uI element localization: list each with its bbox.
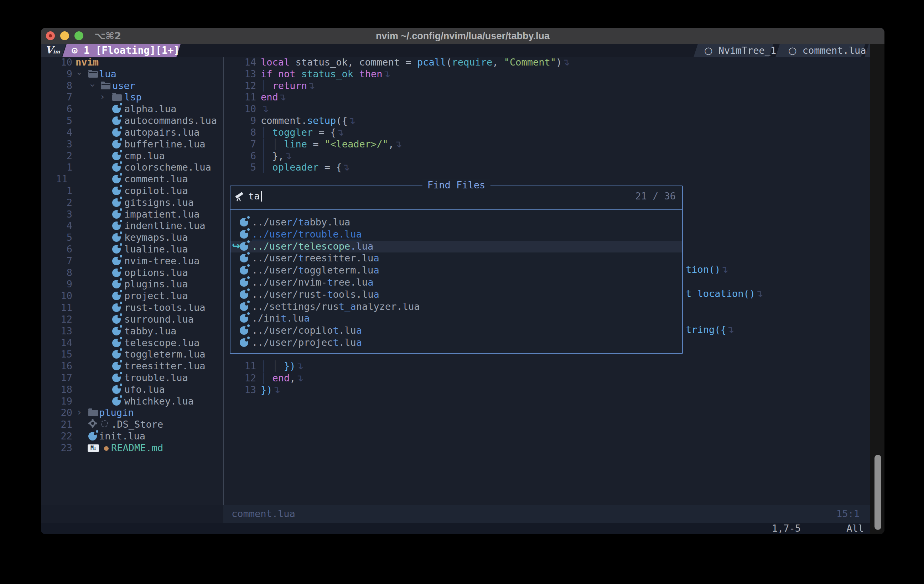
tree-row[interactable]: 12surround.lua (41, 314, 223, 325)
result-item[interactable]: ../user/toggleterm.lua (231, 265, 682, 277)
tree-row[interactable]: 6lualine.lua (41, 244, 223, 255)
popup-title: Find Files (422, 180, 490, 191)
tree-row[interactable]: 4indentline.lua (41, 220, 223, 232)
code-line[interactable]: 12│ return↴ (223, 80, 870, 92)
statusline-tree-segment (41, 505, 223, 523)
tree-row[interactable]: 2cmp.lua (41, 150, 223, 162)
tree-row[interactable]: 15toggleterm.lua (41, 349, 223, 360)
vim-logo-icon: Vim (45, 44, 60, 56)
tree-row[interactable]: 10project.lua (41, 290, 223, 302)
tree-row[interactable]: 23M↓README.md (41, 442, 223, 454)
tree-row[interactable]: 11rust-tools.lua (41, 302, 223, 314)
result-item[interactable]: ../user/tabby.lua (231, 216, 682, 229)
code-line[interactable]: 9comment.setup({↴ (223, 115, 870, 127)
tree-row[interactable]: 8›user (41, 80, 223, 92)
result-item[interactable]: ../user/rust-tools.lua (231, 289, 682, 301)
editor-pane[interactable]: 14local status_ok, comment = pcall(requi… (223, 57, 870, 173)
statusline-position: 15:1 (837, 508, 860, 519)
tree-row[interactable]: 1colorscheme.lua (41, 162, 223, 173)
tree-row[interactable]: 10nvim (41, 57, 223, 68)
tree-row[interactable]: 9plugins.lua (41, 279, 223, 290)
result-item[interactable]: ./init.lua (231, 313, 682, 325)
tree-row[interactable]: 8options.lua (41, 267, 223, 279)
result-item[interactable]: ../settings/rust_analyzer.lua (231, 301, 682, 313)
code-fragment: tion()↴ (686, 264, 728, 275)
code-line[interactable]: 12│ end,↴ (41, 373, 870, 384)
tabline: Vim ⊙ 1 [Floating][1+] ○ NvimTree_1 ○ co… (41, 44, 870, 57)
telescope-icon (236, 191, 246, 201)
tab-comment-label: ○ comment.lua (788, 45, 866, 56)
search-input[interactable]: ta 21 / 36 (231, 191, 682, 203)
code-line[interactable]: 8│ toggler = {↴ (223, 127, 870, 139)
code-line[interactable]: 10↴ (223, 103, 870, 115)
code-line[interactable]: 11end↴ (223, 92, 870, 103)
tree-row[interactable]: 13tabby.lua (41, 325, 223, 337)
tree-row[interactable]: 5autocommands.lua (41, 115, 223, 127)
scroll-indicator: All (846, 523, 864, 534)
search-query: ta (248, 191, 260, 201)
code-line[interactable]: 5│ opleader = {↴ (223, 162, 870, 173)
tree-row[interactable]: 21.DS_Store (41, 419, 223, 431)
tree-row[interactable]: 4autopairs.lua (41, 127, 223, 139)
find-files-popup: Find Files ta 21 / 36 ../user/tabby.lua.… (230, 186, 683, 354)
window-title: nvim ~/.config/nvim/lua/user/tabby.lua (41, 31, 884, 42)
tab-floating-label: ⊙ 1 [Floating][1+] (72, 45, 180, 56)
tree-row[interactable]: 6alpha.lua (41, 103, 223, 115)
tree-row[interactable]: 7nvim-tree.lua (41, 255, 223, 267)
result-item[interactable]: ../user/project.lua (231, 337, 682, 349)
text-cursor (261, 191, 262, 201)
scrollbar[interactable] (874, 455, 881, 530)
command-line: 1,7-5 All (41, 523, 870, 534)
code-line[interactable]: 13})↴ (41, 384, 870, 396)
titlebar[interactable]: ⌥⌘2 nvim ~/.config/nvim/lua/user/tabby.l… (41, 28, 884, 44)
code-fragment: t_location()↴ (686, 288, 763, 299)
result-item[interactable]: ../user/trouble.lua (231, 229, 682, 241)
tree-row[interactable]: 11comment.lua (41, 173, 223, 185)
tree-row[interactable]: 7›lsp (41, 92, 223, 103)
ruler-position: 1,7-5 (772, 523, 801, 534)
code-line[interactable]: 11│ │ })↴ (41, 360, 870, 372)
statusline-filename: comment.lua (231, 508, 295, 519)
result-item[interactable]: ../user/nvim-tree.lua (231, 277, 682, 289)
code-line[interactable]: 13if not status_ok then↴ (223, 68, 870, 80)
result-item[interactable]: ../user/copilot.lua (231, 325, 682, 337)
tree-row[interactable]: 3impatient.lua (41, 209, 223, 220)
tree-row[interactable]: 3bufferline.lua (41, 139, 223, 150)
code-line[interactable]: 14local status_ok, comment = pcall(requi… (223, 57, 870, 68)
results-list: ../user/tabby.lua../user/trouble.lua↪../… (231, 216, 682, 349)
prompt-separator (231, 210, 682, 210)
tab-nvimtree-label: ○ NvimTree_1 (704, 45, 776, 56)
statusline: comment.lua 15:1 (41, 505, 870, 523)
code-fragment: tring({↴ (686, 324, 734, 335)
tree-row[interactable]: 2gitsigns.lua (41, 197, 223, 209)
tree-row[interactable]: 9›lua (41, 68, 223, 80)
result-counter: 21 / 36 (635, 191, 676, 201)
tree-row[interactable]: 20›plugin (41, 407, 223, 419)
tree-row[interactable]: 5keymaps.lua (41, 232, 223, 244)
code-line[interactable]: 7│ │ line = "<leader>/",↴ (223, 139, 870, 150)
tree-row[interactable]: 1copilot.lua (41, 185, 223, 197)
tree-row[interactable]: 22init.lua (41, 431, 223, 442)
tree-row[interactable]: 19whichkey.lua (41, 396, 223, 407)
code-line[interactable]: 6│ },↴ (223, 150, 870, 162)
tree-row[interactable]: 14telescope.lua (41, 337, 223, 349)
result-item[interactable]: ../user/treesitter.lua (231, 252, 682, 265)
result-item-selected[interactable]: ↪../user/telescope.lua (231, 241, 682, 253)
terminal-window: ⌥⌘2 nvim ~/.config/nvim/lua/user/tabby.l… (41, 28, 884, 534)
